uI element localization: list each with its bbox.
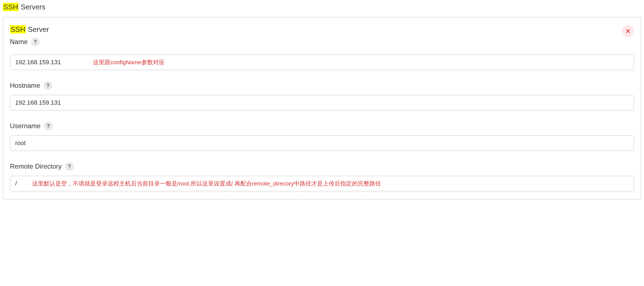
field-name: Name ? 这里跟configName参数对应: [10, 37, 634, 70]
username-label-row: Username ?: [10, 122, 634, 130]
hostname-label-row: Hostname ?: [10, 81, 634, 90]
box-title-highlight: SSH: [10, 25, 26, 34]
field-hostname: Hostname ?: [10, 81, 634, 110]
ssh-server-box: SSH Server ✕ Name ? 这里跟configName参数对应 Ho…: [3, 17, 641, 200]
name-label: Name: [10, 38, 28, 46]
box-header: SSH Server ✕: [10, 25, 634, 37]
close-button[interactable]: ✕: [622, 25, 634, 37]
remote-directory-input[interactable]: [10, 176, 634, 191]
section-title-highlight: SSH: [3, 3, 19, 11]
section-title-rest: Servers: [19, 3, 45, 11]
help-icon[interactable]: ?: [31, 37, 40, 46]
username-input[interactable]: [10, 135, 634, 151]
box-title: SSH Server: [10, 25, 49, 34]
close-icon: ✕: [625, 28, 631, 35]
name-input-wrapper: 这里跟configName参数对应: [10, 55, 634, 70]
box-title-rest: Server: [26, 25, 49, 34]
field-remote-directory: Remote Directory ? 这里默认是空，不填就是登录远程主机后当前目…: [10, 162, 634, 191]
help-icon[interactable]: ?: [43, 81, 52, 90]
help-icon[interactable]: ?: [65, 162, 74, 171]
field-username: Username ?: [10, 122, 634, 151]
section-title: SSH Servers: [3, 3, 641, 11]
username-input-wrapper: [10, 135, 634, 151]
remote-directory-input-wrapper: 这里默认是空，不填就是登录远程主机后当前目录一般是/root,所以这里设置成/ …: [10, 176, 634, 191]
name-input[interactable]: [10, 55, 634, 70]
hostname-label: Hostname: [10, 82, 40, 89]
remote-directory-label-row: Remote Directory ?: [10, 162, 634, 171]
username-label: Username: [10, 122, 41, 130]
help-icon[interactable]: ?: [44, 122, 53, 130]
remote-directory-label: Remote Directory: [10, 163, 62, 170]
hostname-input-wrapper: [10, 95, 634, 110]
name-label-row: Name ?: [10, 37, 634, 46]
hostname-input[interactable]: [10, 95, 634, 110]
